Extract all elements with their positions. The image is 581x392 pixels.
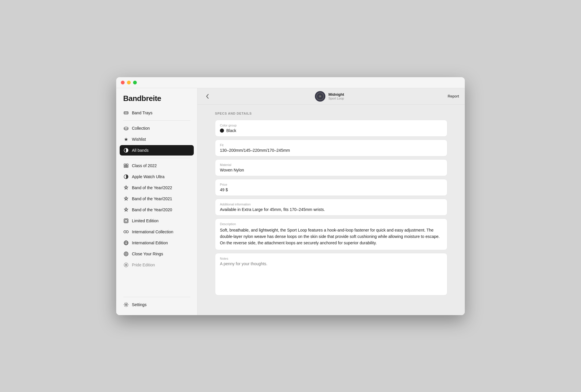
sidebar-item-all-bands[interactable]: All bands xyxy=(120,145,194,156)
price-value: 49 $ xyxy=(220,187,442,192)
sidebar-item-class-2022[interactable]: Class of 2022 xyxy=(120,160,194,171)
sidebar-item-close-rings[interactable]: Close Your Rings xyxy=(120,249,194,259)
sidebar-item-intl-collection[interactable]: International Collection xyxy=(120,227,194,237)
intl-collection-label: International Collection xyxy=(132,230,173,234)
notes-field-inner: Notes xyxy=(215,253,447,295)
color-group-label: Color group xyxy=(220,124,442,127)
svg-point-20 xyxy=(126,253,127,254)
svg-point-13 xyxy=(124,231,126,233)
limited-edition-label: Limited Edition xyxy=(132,218,159,223)
svg-rect-11 xyxy=(124,219,128,223)
close-rings-label: Close Your Rings xyxy=(132,252,163,256)
collection-icon xyxy=(123,125,129,131)
maximize-button[interactable] xyxy=(133,81,137,84)
svg-point-27 xyxy=(320,96,321,97)
additional-info-value: Available in Extra Large for 45mm, fits … xyxy=(220,207,442,212)
svg-marker-4 xyxy=(124,138,128,141)
ultra-icon xyxy=(123,174,129,180)
band-tray-icon xyxy=(123,110,129,116)
header-band-name: Midnight xyxy=(328,92,344,97)
sidebar-item-band-trays[interactable]: Band Trays xyxy=(120,108,194,118)
intl-edition-icon xyxy=(123,240,129,246)
header-center: Midnight Sport Loop xyxy=(315,91,344,102)
back-button[interactable] xyxy=(203,92,211,100)
specs-section-title: SPECS AND DETAILS xyxy=(215,112,447,115)
fit-label: Fit xyxy=(220,143,442,147)
sidebar-main-nav: Band Trays Collection xyxy=(116,108,197,271)
sidebar-item-settings[interactable]: Settings xyxy=(120,299,194,310)
limited-edition-icon xyxy=(123,218,129,224)
color-group-text: Black xyxy=(226,128,236,133)
band-trays-label: Band Trays xyxy=(132,111,153,115)
svg-rect-9 xyxy=(126,166,128,167)
sidebar: Bandbreite Band Trays xyxy=(116,88,198,315)
additional-info-label: Additional information xyxy=(220,203,442,206)
price-card: Price 49 $ xyxy=(215,179,447,196)
band-avatar xyxy=(315,91,325,102)
color-group-value: Black xyxy=(220,128,442,133)
titlebar xyxy=(116,77,465,88)
wishlist-icon xyxy=(123,136,129,142)
band-year-2021-label: Band of the Year/2021 xyxy=(132,196,172,201)
svg-rect-7 xyxy=(126,164,128,166)
pride-edition-label: Pride Edition xyxy=(132,263,155,267)
settings-label: Settings xyxy=(132,302,147,307)
report-button[interactable]: Report xyxy=(448,94,459,98)
collection-label: Collection xyxy=(132,126,150,131)
fit-card: Fit 130–200mm/145–220mm/170–245mm xyxy=(215,140,447,156)
close-rings-icon xyxy=(123,251,129,257)
main-panel: Midnight Sport Loop Report SPECS AND DET… xyxy=(198,88,465,315)
svg-rect-12 xyxy=(125,220,127,222)
material-field: Material Woven Nylon xyxy=(215,160,447,176)
sidebar-divider-2 xyxy=(123,158,190,158)
band-year-2020-icon xyxy=(123,207,129,213)
additional-info-field: Additional information Available in Extr… xyxy=(215,199,447,215)
main-header: Midnight Sport Loop Report xyxy=(198,88,465,105)
band-year-2022-icon xyxy=(123,185,129,191)
band-year-2021-icon xyxy=(123,196,129,202)
notes-label: Notes xyxy=(220,257,442,260)
color-group-field: Color group Black xyxy=(215,120,447,136)
notes-input[interactable] xyxy=(220,261,442,290)
settings-icon xyxy=(123,302,129,308)
svg-point-22 xyxy=(125,264,127,266)
sidebar-divider-bottom xyxy=(123,297,190,297)
fit-field: Fit 130–200mm/145–220mm/170–245mm xyxy=(215,140,447,156)
intl-collection-icon xyxy=(123,229,129,235)
svg-point-14 xyxy=(126,231,128,233)
sidebar-bottom: Settings xyxy=(116,292,197,315)
sidebar-item-band-year-2020[interactable]: Band of the Year/2020 xyxy=(120,205,194,215)
traffic-lights xyxy=(121,81,137,84)
class-2022-label: Class of 2022 xyxy=(132,163,157,168)
sidebar-item-band-year-2022[interactable]: Band of the Year/2022 xyxy=(120,183,194,193)
wishlist-label: Wishlist xyxy=(132,137,146,142)
sidebar-item-intl-edition[interactable]: International Edition xyxy=(120,238,194,248)
all-bands-icon xyxy=(123,147,129,153)
ultra-label: Apple Watch Ultra xyxy=(132,174,164,179)
content-area: Bandbreite Band Trays xyxy=(116,88,465,315)
svg-point-3 xyxy=(124,127,128,129)
color-dot xyxy=(220,129,224,133)
description-label: Description xyxy=(220,222,442,226)
app-title: Bandbreite xyxy=(123,94,190,103)
sidebar-item-limited-edition[interactable]: Limited Edition xyxy=(120,216,194,226)
pride-edition-icon xyxy=(123,262,129,268)
band-year-2022-label: Band of the Year/2022 xyxy=(132,185,172,190)
sidebar-item-ultra[interactable]: Apple Watch Ultra xyxy=(120,171,194,182)
minimize-button[interactable] xyxy=(127,81,131,84)
close-button[interactable] xyxy=(121,81,125,84)
sidebar-item-pride-edition[interactable]: Pride Edition xyxy=(120,260,194,270)
notes-card[interactable]: Notes xyxy=(215,253,447,295)
sidebar-item-wishlist[interactable]: Wishlist xyxy=(120,134,194,144)
sidebar-header: Bandbreite xyxy=(116,88,197,108)
svg-rect-6 xyxy=(124,164,126,166)
description-field: Description Soft, breathable, and lightw… xyxy=(215,219,447,250)
svg-point-23 xyxy=(125,304,127,305)
sidebar-divider-1 xyxy=(123,120,190,121)
sidebar-item-band-year-2021[interactable]: Band of the Year/2021 xyxy=(120,194,194,204)
class-2022-icon xyxy=(123,163,129,169)
intl-edition-label: International Edition xyxy=(132,241,168,245)
sidebar-item-collection[interactable]: Collection xyxy=(120,123,194,133)
additional-info-card: Additional information Available in Extr… xyxy=(215,199,447,216)
svg-rect-8 xyxy=(124,166,126,167)
